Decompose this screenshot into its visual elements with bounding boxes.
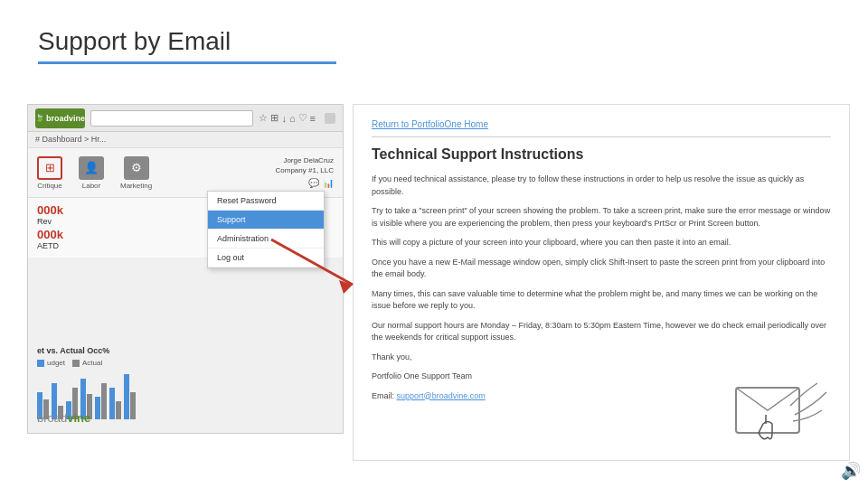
critique-label: Critique xyxy=(37,182,62,190)
support-para-6: Our normal support hours are Monday – Fr… xyxy=(372,320,831,344)
arrow-graphic xyxy=(262,230,380,307)
return-link[interactable]: Return to PortfolioOne Home xyxy=(372,119,831,129)
svg-line-0 xyxy=(271,239,353,285)
support-para-4: Once you have a new E-Mail message windo… xyxy=(372,257,831,281)
labor-icon: 👤 xyxy=(79,156,104,180)
marketing-icon: ⚙ xyxy=(124,156,149,180)
support-para-3: This will copy a picture of your screen … xyxy=(372,237,831,249)
bar-group-5 xyxy=(95,383,107,419)
nav-item-marketing[interactable]: ⚙ Marketing xyxy=(120,156,152,190)
leaf-icon: 🍃 xyxy=(35,114,44,122)
breadcrumb-bar: # Dashboard > Hr... xyxy=(28,132,343,148)
support-thankyou: Thank you, xyxy=(372,352,831,364)
star-icon[interactable]: ☆ xyxy=(259,112,268,124)
bar-budget-5 xyxy=(95,397,100,419)
browser-icons: ☆ ⊞ ↓ ⌂ ♡ ≡ xyxy=(259,112,316,124)
title-underline xyxy=(38,61,336,64)
divider xyxy=(372,136,831,137)
bar-budget-6 xyxy=(109,388,115,419)
bookmark-icon[interactable]: ⊞ xyxy=(270,112,278,124)
bar-group-7 xyxy=(124,374,136,419)
bar-actual-5 xyxy=(101,383,107,419)
support-heading: Technical Support Instructions xyxy=(372,146,831,163)
legend-budget: udget xyxy=(37,359,65,367)
email-label: Email: xyxy=(372,391,394,400)
support-para-2: Try to take a "screen print" of your scr… xyxy=(372,205,831,230)
logo-text: broadvine xyxy=(46,114,85,123)
dropdown-support[interactable]: Support xyxy=(208,211,324,230)
labor-label: Labor xyxy=(82,182,100,190)
email-address[interactable]: support@broadvine.com xyxy=(397,391,486,400)
broad-text: broad xyxy=(37,411,67,425)
chart-area: et vs. Actual Occ% udget Actual xyxy=(37,346,334,419)
nav-item-critique[interactable]: ⊞ Critique xyxy=(37,156,62,190)
nav-item-labor[interactable]: 👤 Labor xyxy=(79,156,104,190)
chart-legend: udget Actual xyxy=(37,359,334,367)
legend-actual: Actual xyxy=(72,359,102,367)
broadvine-logo-bar: 🍃 broadvine xyxy=(35,108,85,128)
critique-icon: ⊞ xyxy=(37,156,62,180)
marketing-label: Marketing xyxy=(120,182,152,190)
chart-title: et vs. Actual Occ% xyxy=(37,346,334,355)
download-icon[interactable]: ↓ xyxy=(281,113,287,124)
breadcrumb-text: # Dashboard > Hr... xyxy=(35,135,106,144)
user-info: Jorge DelaCruz Company #1, LLC 💬 📊 xyxy=(276,155,334,190)
envelope-illustration xyxy=(731,365,831,446)
legend-budget-label: udget xyxy=(47,359,65,367)
user-company: Company #1, LLC xyxy=(276,165,334,175)
broadvine-logo-bottom: broadvine xyxy=(37,409,90,426)
support-para-1: If you need technical assistance, please… xyxy=(372,174,831,198)
right-panel: Return to PortfolioOne Home Technical Su… xyxy=(353,104,850,461)
legend-dot-actual xyxy=(72,360,80,367)
page-title-area: Support by Email xyxy=(38,27,830,64)
chat-icon[interactable]: 💬 xyxy=(308,177,319,190)
sound-icon[interactable]: 🔊 xyxy=(841,461,861,481)
bar-actual-7 xyxy=(130,392,136,419)
chart-icon[interactable]: 📊 xyxy=(323,177,334,190)
home-icon[interactable]: ⌂ xyxy=(289,113,296,124)
close-button[interactable] xyxy=(325,113,335,124)
page-title: Support by Email xyxy=(38,27,830,56)
legend-dot-budget xyxy=(37,360,44,367)
user-name: Jorge DelaCruz xyxy=(276,155,334,165)
bar-actual-6 xyxy=(116,401,121,419)
vine-text: vine xyxy=(67,411,90,425)
bar-budget-7 xyxy=(124,374,129,419)
support-para-5: Many times, this can save valuable time … xyxy=(372,288,831,313)
bar-group-6 xyxy=(109,388,121,419)
menu-icon[interactable]: ≡ xyxy=(310,113,316,124)
dropdown-reset-password[interactable]: Reset Password xyxy=(208,192,324,211)
legend-actual-label: Actual xyxy=(82,359,102,367)
heart-icon[interactable]: ♡ xyxy=(298,112,307,124)
address-bar[interactable] xyxy=(90,110,253,127)
browser-bar: 🍃 broadvine ☆ ⊞ ↓ ⌂ ♡ ≡ xyxy=(28,105,343,132)
